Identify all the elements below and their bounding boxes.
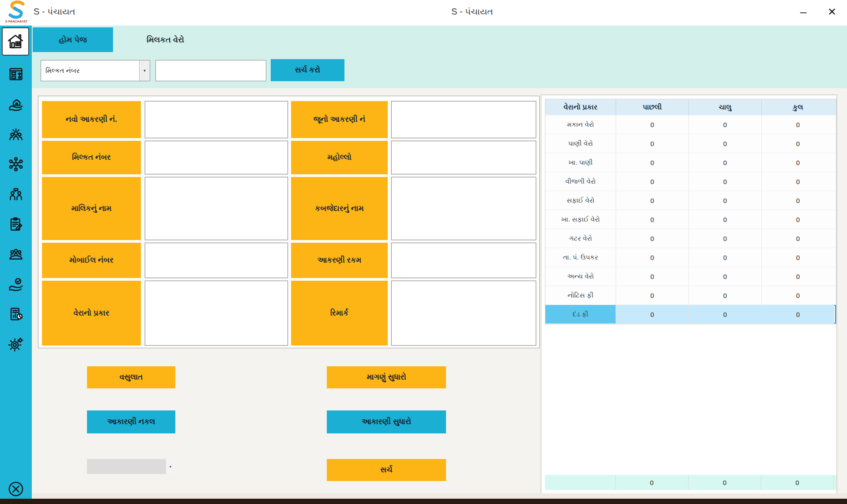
form-label-left: નવો આકરણી નં. [42, 101, 141, 138]
form-row: મોબાઈલ નંબર આકરણી રકમ [38, 243, 539, 278]
total-previous-cell: 0 [616, 475, 688, 490]
current-cell: 0 [689, 191, 762, 210]
total-cell: 0 [762, 286, 834, 305]
form-label-right: રિમાર્ક [291, 281, 388, 346]
table-row[interactable]: ખા. પાણી 0 0 0 [545, 153, 836, 172]
form-label-right: મહોલ્લો [291, 141, 388, 174]
current-cell: 0 [689, 229, 762, 248]
form-field-left[interactable] [145, 101, 288, 138]
previous-cell: 0 [616, 191, 689, 210]
total-cell: 0 [762, 267, 834, 286]
current-cell: 0 [689, 134, 762, 153]
top-band: હોમ પેજ મિલકત વેરો મિલ્કત નંબર ▼ સર્ચ કર… [32, 26, 847, 88]
team-idea-icon [7, 125, 25, 143]
form-label-left: મોબાઈલ નંબર [42, 243, 141, 278]
assessment-copy-button[interactable]: આકારણી નકલ [87, 410, 175, 433]
logo-caption: S-PANCHAYAT [4, 20, 29, 23]
sidebar-item-home[interactable] [2, 27, 29, 56]
survey-clipboard-icon [7, 215, 25, 233]
window-title: S - પંચાયત [34, 7, 76, 17]
chevron-down-icon[interactable]: ▼ [139, 60, 150, 81]
sidebar-item-team[interactable] [0, 124, 32, 144]
tax-type-cell: સફાઈ વેરો [545, 191, 616, 210]
tab-home[interactable]: હોમ પેજ [33, 27, 113, 52]
sidebar-item-meeting[interactable] [0, 184, 32, 204]
tax-type-cell: ગટર વેરો [545, 229, 616, 248]
sidebar [0, 26, 32, 499]
collection-button[interactable]: વસુલાત [87, 366, 175, 388]
total-cell: 0 [762, 172, 834, 191]
search-filter-dropdown[interactable]: મિલ્કત નંબર ▼ [41, 60, 150, 81]
previous-cell: 0 [616, 115, 689, 134]
tax-type-cell: તા. પં. ઉપકર [545, 248, 616, 267]
previous-cell: 0 [616, 248, 689, 267]
window-title-center: S - પંચાયત [451, 7, 493, 17]
close-button[interactable]: ✕ [821, 3, 843, 21]
tab-property-tax[interactable]: મિલકત વેરો [122, 27, 208, 52]
table-row[interactable]: મકાન વેરો 0 0 0 [545, 115, 836, 134]
app-window: S-PANCHAYAT S - પંચાયત S - પંચાયત – ✕ [0, 0, 847, 504]
form-field-left[interactable] [145, 243, 288, 278]
bottom-dropdown-value [87, 459, 166, 474]
table-row[interactable]: ગટર વેરો 0 0 0 [545, 229, 836, 248]
sidebar-item-reports[interactable] [0, 305, 32, 324]
table-row[interactable]: પાણી વેરો 0 0 0 [545, 134, 836, 153]
sidebar-item-committee[interactable] [0, 244, 32, 264]
app-logo: S-PANCHAYAT [4, 0, 29, 25]
form-field-right[interactable] [391, 177, 536, 240]
form-field-right[interactable] [391, 101, 536, 138]
table-row[interactable]: નોટિસ ફી 0 0 0 [545, 286, 836, 305]
home-icon [6, 32, 25, 51]
form-field-left[interactable] [145, 177, 288, 240]
form-field-right[interactable] [391, 243, 536, 278]
current-cell: 0 [689, 172, 762, 191]
table-row[interactable]: સફાઈ વેરો 0 0 0 [545, 191, 836, 210]
update-demand-button[interactable]: માગણું સુધારો [327, 366, 446, 388]
form-label-left: મિલ્કત નંબર [42, 141, 141, 174]
previous-cell: 0 [616, 210, 689, 229]
approval-hand-icon [7, 275, 25, 293]
form-row: મિલ્કત નંબર મહોલ્લો [38, 141, 539, 174]
sidebar-item-property[interactable] [0, 94, 32, 114]
table-row[interactable]: ખા. સફાઈ વેરો 0 0 0 [545, 210, 836, 229]
form-field-left[interactable] [145, 141, 288, 174]
committee-icon [7, 245, 25, 263]
table-row[interactable]: અન્ય વેરો 0 0 0 [545, 267, 836, 286]
form-field-right[interactable] [391, 281, 536, 346]
search-filter-value: મિલ્કત નંબર [41, 67, 139, 75]
table-row[interactable]: દંડ ફી 0 0 0 [545, 305, 836, 324]
form-field-left[interactable] [145, 281, 288, 346]
current-cell: 0 [689, 115, 762, 134]
sidebar-item-finance[interactable] [0, 154, 32, 174]
bottom-dropdown[interactable]: ▼ [87, 459, 175, 474]
form-row: નવો આકરણી નં. જૂનો આકરણી નં [38, 101, 539, 138]
total-cell: 0 [762, 153, 834, 172]
search-button[interactable]: સર્ચ કરો [271, 59, 344, 81]
current-cell: 0 [689, 305, 762, 323]
bottom-light-strip [32, 493, 847, 499]
col-header-previous: પાછલી [616, 99, 689, 115]
sidebar-item-exit[interactable] [0, 479, 32, 499]
search-input[interactable] [155, 60, 266, 81]
form-search-button[interactable]: સર્ચ [327, 459, 446, 481]
minimize-button[interactable]: – [793, 3, 813, 21]
table-row[interactable]: વીજળી વેરો 0 0 0 [545, 172, 836, 191]
current-cell: 0 [689, 153, 762, 172]
table-row[interactable]: તા. પં. ઉપકર 0 0 0 [545, 248, 836, 267]
tax-type-cell: પાણી વેરો [545, 134, 616, 153]
finance-allocation-icon [7, 155, 25, 173]
property-form: નવો આકરણી નં. જૂનો આકરણી નં મિલ્કત નંબર … [38, 96, 540, 348]
total-total-cell: 0 [761, 475, 834, 490]
tax-type-cell: દંડ ફી [545, 305, 616, 323]
close-circle-icon [7, 480, 25, 498]
sidebar-item-settings[interactable] [0, 335, 32, 354]
form-field-right[interactable] [391, 141, 536, 174]
previous-cell: 0 [616, 286, 689, 305]
tax-type-cell: વીજળી વેરો [545, 172, 616, 191]
assessment-update-button[interactable]: આકારણી સુધારો [327, 410, 446, 433]
tax-type-cell: નોટિસ ફી [545, 286, 616, 305]
sidebar-item-survey[interactable] [0, 214, 32, 234]
sidebar-item-approval[interactable] [0, 275, 32, 294]
chevron-down-icon[interactable]: ▼ [166, 459, 175, 474]
sidebar-item-workflow[interactable] [0, 64, 32, 84]
